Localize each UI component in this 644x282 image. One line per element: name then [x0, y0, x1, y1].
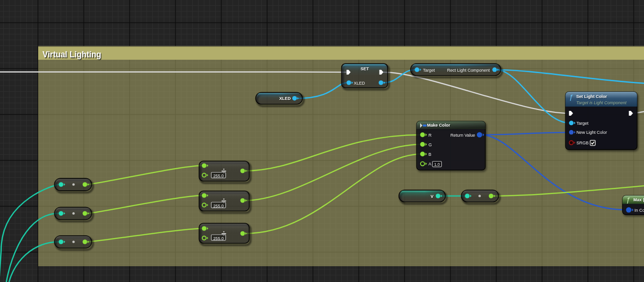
svg-text:255.0: 255.0 — [213, 204, 224, 208]
svg-text:B: B — [429, 152, 432, 157]
svg-text:ƒ: ƒ — [569, 93, 573, 101]
svg-text:255.0: 255.0 — [213, 236, 224, 241]
svg-text:Target: Target — [423, 68, 435, 73]
svg-text:Return Value: Return Value — [450, 133, 475, 138]
svg-text:V: V — [431, 194, 433, 199]
svg-text:1.0: 1.0 — [434, 162, 440, 167]
svg-text:255.0: 255.0 — [213, 174, 224, 178]
svg-text:Make Color: Make Color — [427, 123, 451, 128]
svg-text:ƒ: ƒ — [626, 195, 630, 204]
svg-text:Max (F: Max (F — [633, 197, 644, 202]
svg-text:Target: Target — [577, 121, 589, 126]
svg-text:XLED: XLED — [279, 96, 291, 101]
svg-text:SET: SET — [360, 66, 369, 71]
svg-text:Target is Light Component: Target is Light Component — [576, 100, 627, 105]
svg-text:R: R — [429, 133, 432, 138]
svg-text:In Colo: In Colo — [634, 208, 644, 213]
svg-text:Rect Light Component: Rect Light Component — [447, 68, 490, 73]
svg-text:G: G — [429, 142, 432, 147]
svg-text:SRGB: SRGB — [577, 141, 589, 145]
svg-text:Set Light Color: Set Light Color — [576, 94, 607, 99]
svg-text:New Light Color: New Light Color — [577, 130, 607, 135]
svg-text:XLED: XLED — [354, 81, 365, 86]
svg-text:Virtual Lighting: Virtual Lighting — [42, 49, 101, 59]
svg-text:A: A — [429, 162, 432, 166]
